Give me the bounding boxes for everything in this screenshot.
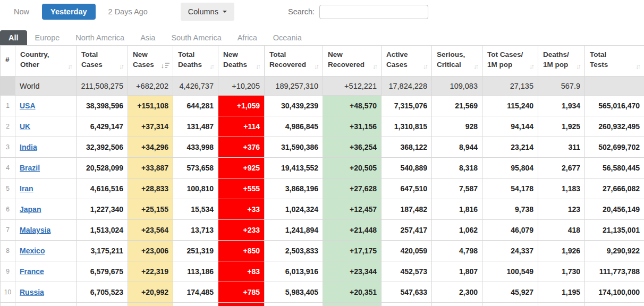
cell-total-tests: 9,290,922 [585, 241, 644, 261]
column-label: # [5, 55, 10, 65]
sort-both-icon: ↓↑ [67, 62, 73, 70]
country-link[interactable]: Malaysia [20, 226, 50, 234]
col-header-total-recovered[interactable]: TotalRecovered↓↑ [265, 46, 323, 76]
col-header-serious-critical[interactable]: Serious,Critical↓↑ [432, 46, 482, 76]
cell-country: Iran [15, 178, 77, 199]
cell-total-recovered: 3,868,196 [265, 178, 323, 199]
country-link[interactable]: Japan [20, 205, 41, 214]
cell-total-cases: 1,227,340 [77, 199, 128, 220]
col-header-total-deaths[interactable]: TotalDeaths↓↑ [173, 46, 218, 76]
cell-active-cases: 187,482 [382, 199, 432, 220]
cell-deaths-per-1m: 1,195 [538, 282, 585, 303]
column-label: Serious,Critical [437, 50, 465, 70]
search-input[interactable] [319, 5, 428, 19]
tab-south-america[interactable]: South America [163, 30, 229, 45]
country-link[interactable]: Mexico [20, 246, 45, 255]
col-header-cases-per-1m[interactable]: Tot Cases/1M pop↓↑ [482, 46, 538, 76]
sort-both-icon: ↓↑ [423, 62, 428, 70]
country-link[interactable]: India [20, 143, 37, 151]
cell-cases-per-1m: 45,927 [482, 282, 538, 303]
cell-total-recovered: 2,503,833 [265, 241, 323, 261]
country-link[interactable]: France [20, 267, 44, 276]
time-filter-yesterday[interactable]: Yesterday [42, 4, 96, 20]
cell-total-cases: 32,392,506 [77, 137, 128, 158]
cell-country: USA [15, 96, 77, 116]
cell-total-tests: 111,773,788 [585, 261, 644, 282]
cell-country: Malaysia [15, 220, 77, 241]
cell-cases-per-1m: 54,178 [482, 178, 538, 199]
column-label: Country,Other [20, 50, 49, 70]
tab-all[interactable]: All [0, 30, 27, 45]
tab-oceania[interactable]: Oceania [265, 30, 310, 45]
country-link[interactable]: USA [20, 101, 36, 110]
sort-both-icon: ↓↑ [256, 62, 261, 70]
tab-africa[interactable]: Africa [230, 30, 265, 45]
cell-cases-per-1m [482, 303, 538, 306]
sort-both-icon: ↓↑ [635, 62, 641, 70]
cell-total-cases: 38,398,596 [77, 96, 128, 116]
sort-both-icon: ↓↑ [372, 62, 378, 70]
cell-total-recovered: 1,024,324 [265, 199, 323, 220]
country-link[interactable]: Russia [20, 288, 44, 296]
cell-total-deaths: 433,998 [173, 137, 218, 158]
cell-country: India [15, 137, 77, 158]
cell-total-tests: 174,100,000 [585, 282, 644, 303]
col-header-new-cases[interactable]: NewCases↓ [128, 46, 173, 76]
time-filter-now[interactable]: Now [7, 4, 36, 20]
cell-cases-per-1m: 24,337 [482, 241, 538, 261]
table-row: 9France6,579,675+22,319113,186+836,013,9… [1, 261, 644, 282]
region-tab-bar: AllEuropeNorth AmericaAsiaSouth AmericaA… [0, 30, 644, 45]
cell-total-cases: 4,616,516 [77, 178, 128, 199]
cell-new-cases: +37,314 [128, 116, 173, 137]
columns-dropdown-button[interactable]: Columns [181, 3, 234, 21]
cell-new-deaths: +925 [218, 158, 265, 178]
col-header-country[interactable]: Country,Other↓↑ [15, 46, 77, 76]
country-link[interactable]: Brazil [20, 164, 40, 172]
cell-total-cases: 20,528,099 [77, 158, 128, 178]
sort-both-icon: ↓↑ [314, 62, 319, 70]
col-header-deaths-per-1m[interactable]: Deaths/1M pop↓↑ [538, 46, 585, 76]
cell-total-deaths: 15,534 [173, 199, 218, 220]
cell-rank: 3 [1, 137, 15, 158]
country-link[interactable]: Iran [20, 184, 33, 193]
cell-country: Brazil [15, 158, 77, 178]
col-header-new-recovered[interactable]: NewRecovered↓↑ [323, 46, 382, 76]
cell-cases-per-1m: 100,549 [482, 261, 538, 282]
column-label: NewDeaths [223, 50, 247, 70]
cell-deaths-per-1m: 123 [538, 199, 585, 220]
cell-new-recovered: +23,344 [323, 261, 382, 282]
cell-active-cases: 647,510 [382, 178, 432, 199]
cell-new-recovered: +48,570 [323, 96, 382, 116]
cell-total-tests: 502,699,702 [585, 137, 644, 158]
cell-active-cases: 1,310,815 [382, 116, 432, 137]
country-link[interactable]: UK [20, 122, 30, 131]
cell-total-deaths: 113,186 [173, 261, 218, 282]
time-filter-2-days-ago[interactable]: 2 Days Ago [102, 4, 154, 20]
cell-rank: 7 [1, 220, 15, 241]
cell-deaths-per-1m: 1,183 [538, 178, 585, 199]
cell-new-deaths: +850 [218, 241, 265, 261]
cell-serious-critical: 21,569 [432, 96, 482, 116]
col-header-new-deaths[interactable]: NewDeaths↓↑ [218, 46, 265, 76]
table-header-row: #Country,Other↓↑TotalCases↓↑NewCases↓Tot… [1, 46, 644, 76]
col-header-total-cases[interactable]: TotalCases↓↑ [77, 46, 128, 76]
cell-active-cases [382, 303, 432, 306]
tab-north-america[interactable]: North America [67, 30, 132, 45]
tab-europe[interactable]: Europe [27, 30, 68, 45]
table-row: 8Mexico3,175,211+23,006251,319+8502,503,… [1, 241, 644, 261]
cell-active-cases: 17,824,228 [382, 76, 432, 96]
cell-new-cases: +151,108 [128, 96, 173, 116]
cell-deaths-per-1m: 1,934 [538, 96, 585, 116]
col-header-active-cases[interactable]: ActiveCases↓↑ [382, 46, 432, 76]
cell-cases-per-1m: 27,135 [482, 76, 538, 96]
sort-both-icon: ↓↑ [119, 62, 124, 70]
col-header-total-tests[interactable]: TotalTests↓↑ [585, 46, 644, 76]
table-row: 7Malaysia1,513,024+23,56413,713+2331,241… [1, 220, 644, 241]
cell-deaths-per-1m: 1,925 [538, 116, 585, 137]
cell-total-cases [77, 303, 128, 306]
cell-total-tests: 565,016,470 [585, 96, 644, 116]
sort-desc-active-icon: ↓ [161, 62, 170, 70]
tab-asia[interactable]: Asia [132, 30, 163, 45]
cell-serious-critical: 1,062 [432, 220, 482, 241]
column-label: Tot Cases/1M pop [487, 50, 523, 70]
